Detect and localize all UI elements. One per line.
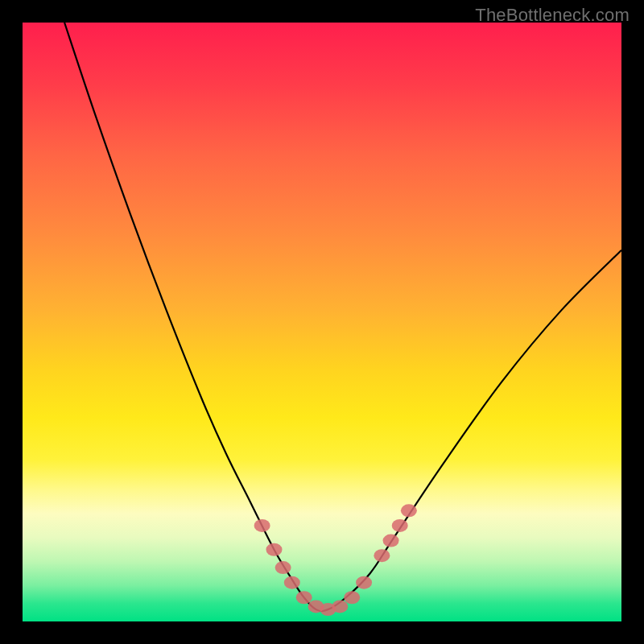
highlight-dot	[356, 576, 372, 589]
chart-frame: TheBottleneck.com	[0, 0, 644, 644]
highlight-dot	[254, 519, 270, 532]
highlight-dot	[344, 591, 360, 604]
bottleneck-curve	[64, 23, 621, 611]
highlight-dot	[275, 561, 291, 574]
highlight-dot	[266, 543, 282, 556]
highlight-dot	[284, 576, 300, 589]
highlight-dots	[254, 504, 417, 616]
watermark-text: TheBottleneck.com	[475, 5, 630, 26]
highlight-dot	[383, 535, 399, 547]
highlight-dot	[296, 591, 312, 604]
highlight-dot	[392, 519, 408, 532]
highlight-dot	[374, 549, 390, 562]
chart-svg	[23, 23, 621, 621]
chart-plot-area	[23, 23, 621, 621]
highlight-dot	[401, 504, 417, 517]
highlight-dot	[332, 600, 348, 613]
